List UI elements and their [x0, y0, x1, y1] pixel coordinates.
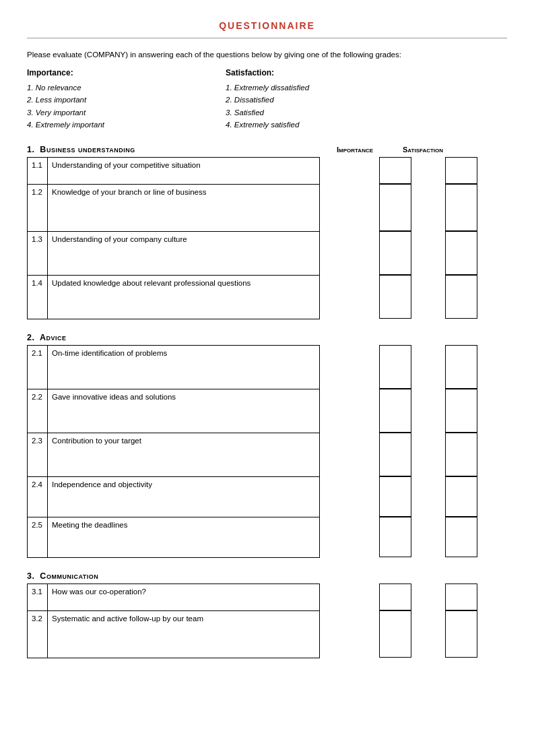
section-1-table: 1.1Understanding of your competitive sit… [27, 157, 320, 319]
col-header-satisfaction: Satisfaction [403, 146, 435, 154]
importance-item-3: 3. Very important [27, 106, 104, 119]
importance-answer-box[interactable] [379, 610, 411, 658]
satisfaction-answer-box[interactable] [445, 184, 477, 231]
satisfaction-answer-box[interactable] [445, 345, 477, 389]
section-1: 1. Business understandingImportanceSatis… [27, 145, 507, 319]
section-heading-1: 1. Business understanding [27, 145, 135, 154]
importance-item-4: 4. Extremely important [27, 119, 104, 131]
satisfaction-answer-box[interactable] [445, 584, 477, 610]
importance-answer-box[interactable] [379, 275, 411, 319]
importance-labels: Importance: 1. No relevance 2. Less impo… [27, 68, 104, 131]
section-2-table: 2.1On-time identification of problems2.2… [27, 345, 320, 558]
divider [27, 38, 507, 38]
question-text: Knowledge of your branch or line of busi… [47, 184, 319, 231]
table-row: 2.5Meeting the deadlines [28, 517, 320, 557]
question-text: Understanding of your company culture [47, 231, 319, 275]
intro-text: Please evaluate (COMPANY) in answering e… [27, 51, 507, 59]
sections-container: 1. Business understandingImportanceSatis… [27, 145, 507, 658]
satisfaction-answer-box[interactable] [445, 476, 477, 517]
table-row: 1.4Updated knowledge about relevant prof… [28, 275, 320, 319]
importance-answer-box[interactable] [379, 389, 411, 433]
table-row: 1.3Understanding of your company culture [28, 231, 320, 275]
question-text: Understanding of your competitive situat… [47, 157, 319, 184]
satisfaction-answer-box[interactable] [445, 517, 477, 557]
section-heading-2: 2. Advice [27, 333, 66, 342]
importance-answer-box[interactable] [379, 433, 411, 476]
question-text: Meeting the deadlines [47, 517, 319, 557]
table-row: 2.3Contribution to your target [28, 433, 320, 476]
importance-answer-box[interactable] [379, 345, 411, 389]
question-text: Systematic and active follow-up by our t… [47, 610, 319, 658]
question-text: Contribution to your target [47, 433, 319, 476]
question-text: Gave innovative ideas and solutions [47, 389, 319, 433]
table-row: 1.1Understanding of your competitive sit… [28, 157, 320, 184]
importance-answer-box[interactable] [379, 184, 411, 231]
satisfaction-answer-box[interactable] [445, 275, 477, 319]
table-row: 3.2Systematic and active follow-up by ou… [28, 610, 320, 658]
satisfaction-answer-box[interactable] [445, 231, 477, 275]
table-row: 1.2Knowledge of your branch or line of b… [28, 184, 320, 231]
importance-answer-box[interactable] [379, 517, 411, 557]
section-2: 2. Advice2.1On-time identification of pr… [27, 333, 507, 558]
importance-item-2: 2. Less important [27, 94, 104, 106]
satisfaction-labels: Satisfaction: 1. Extremely dissatisfied … [226, 68, 309, 131]
section-3-table: 3.1How was our co-operation?3.2Systemati… [27, 584, 320, 658]
importance-title: Importance: [27, 68, 104, 77]
satisfaction-item-4: 4. Extremely satisfied [226, 119, 309, 131]
satisfaction-title: Satisfaction: [226, 68, 309, 77]
section-3: 3. Communication3.1How was our co-operat… [27, 571, 507, 658]
col-header-importance: Importance [337, 146, 369, 154]
labels-container: Importance: 1. No relevance 2. Less impo… [27, 68, 507, 131]
importance-answer-box[interactable] [379, 231, 411, 275]
satisfaction-answer-box[interactable] [445, 389, 477, 433]
satisfaction-item-2: 2. Dissatisfied [226, 94, 309, 106]
table-row: 2.4Independence and objectivity [28, 476, 320, 517]
question-text: How was our co-operation? [47, 584, 319, 610]
section-3-answer-boxes [379, 584, 477, 658]
question-text: On-time identification of problems [47, 345, 319, 389]
satisfaction-answer-box[interactable] [445, 433, 477, 476]
question-text: Updated knowledge about relevant profess… [47, 275, 319, 319]
satisfaction-answer-box[interactable] [445, 157, 477, 184]
importance-item-1: 1. No relevance [27, 82, 104, 94]
table-row: 3.1How was our co-operation? [28, 584, 320, 610]
section-heading-3: 3. Communication [27, 571, 98, 581]
importance-answer-box[interactable] [379, 476, 411, 517]
satisfaction-item-1: 1. Extremely dissatisfied [226, 82, 309, 94]
table-row: 2.2Gave innovative ideas and solutions [28, 389, 320, 433]
importance-answer-box[interactable] [379, 584, 411, 610]
section-2-answer-boxes [379, 345, 477, 558]
question-text: Independence and objectivity [47, 476, 319, 517]
satisfaction-item-3: 3. Satisfied [226, 106, 309, 119]
page-title: QUESTIONNAIRE [27, 20, 507, 31]
importance-answer-box[interactable] [379, 157, 411, 184]
table-row: 2.1On-time identification of problems [28, 345, 320, 389]
section-1-answer-boxes [379, 157, 477, 319]
satisfaction-answer-box[interactable] [445, 610, 477, 658]
